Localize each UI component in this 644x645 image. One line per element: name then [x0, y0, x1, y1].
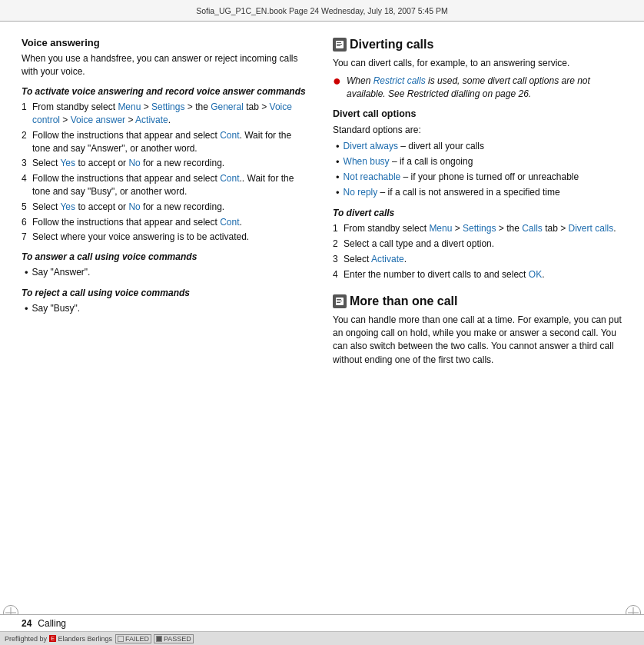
divert-step-4: 4 Enter the number to divert calls to an…	[333, 268, 629, 281]
divert-option-always-text: Divert always – divert all your calls	[344, 140, 484, 154]
svg-rect-5	[337, 299, 341, 300]
divert-options-title: Divert call options	[333, 107, 629, 121]
preflight-company: Elanders Berlings	[58, 635, 112, 643]
step-7-text: Select where your voice answering is to …	[32, 231, 249, 244]
step-1-text: From standby select Menu > Settings > th…	[32, 101, 311, 127]
step-3-num: 3	[22, 157, 32, 170]
diverting-calls-body: You can divert calls, for example, to an…	[333, 57, 629, 70]
activate-subsection-title: To activate voice answering and record v…	[22, 85, 311, 98]
diverting-calls-title-row: Diverting calls	[333, 35, 629, 54]
preflight-passed-badge: PASSED	[154, 634, 194, 643]
checkbox-check-icon	[156, 636, 162, 642]
svg-rect-2	[337, 44, 342, 45]
note-block: ● When Restrict calls is used, some dive…	[333, 75, 629, 101]
answer-subsection-title: To answer a call using voice commands	[22, 250, 311, 264]
svg-rect-7	[337, 302, 340, 303]
answer-bullet-1-text: Say "Answer".	[32, 266, 91, 280]
divert-step-2-text: Select a call type and a divert option.	[344, 238, 494, 251]
step-7: 7 Select where your voice answering is t…	[22, 231, 311, 244]
note-text: When Restrict calls is used, some divert…	[347, 75, 629, 101]
divert-step-2-num: 2	[333, 238, 344, 251]
divert-option-no-reply: No reply – if a call is not answered in …	[336, 186, 629, 200]
book-icon-2	[335, 297, 344, 306]
preflight-bar: Preflighted by E Elanders Berlings FAILE…	[0, 631, 644, 645]
svg-rect-6	[337, 301, 342, 301]
step-7-num: 7	[22, 231, 32, 244]
book-icon	[335, 40, 344, 49]
reject-bullet-1-text: Say "Busy".	[32, 302, 81, 316]
step-3-text: Select Yes to accept or No for a new rec…	[32, 157, 224, 170]
step-5-text: Select Yes to accept or No for a new rec…	[32, 201, 224, 214]
activate-steps-list: 1 From standby select Menu > Settings > …	[22, 101, 311, 244]
voice-answering-title: Voice answering	[22, 35, 311, 51]
step-3: 3 Select Yes to accept or No for a new r…	[22, 157, 311, 170]
divert-step-2: 2 Select a call type and a divert option…	[333, 238, 629, 251]
divert-option-busy: When busy – if a call is ongoing	[336, 155, 629, 169]
more-than-one-icon	[333, 294, 347, 308]
divert-option-no-reply-text: No reply – if a call is not answered in …	[344, 186, 560, 200]
divert-option-not-reachable-text: Not reachable – if your phone is turned …	[344, 171, 579, 185]
divert-options-list: Divert always – divert all your calls Wh…	[336, 140, 629, 201]
to-divert-steps-list: 1 From standby select Menu > Settings > …	[333, 222, 629, 281]
top-bar: Sofia_UG_P1C_EN.book Page 24 Wednesday, …	[0, 0, 644, 22]
divert-step-1: 1 From standby select Menu > Settings > …	[333, 222, 629, 235]
to-divert-title: To divert calls	[333, 206, 629, 220]
reject-bullet-1: Say "Busy".	[25, 302, 311, 316]
step-6-text: Follow the instructions that appear and …	[32, 216, 242, 229]
answer-bullet-1: Say "Answer".	[25, 266, 311, 280]
step-6: 6 Follow the instructions that appear an…	[22, 216, 311, 229]
bottom-bar: 24 Calling	[0, 614, 644, 631]
step-1-num: 1	[22, 101, 32, 127]
step-2: 2 Follow the instructions that appear an…	[22, 129, 311, 155]
preflight-failed-badge: FAILED	[115, 634, 151, 643]
voice-answering-body: When you use a handsfree, you can answer…	[22, 52, 311, 79]
divert-option-busy-text: When busy – if a call is ongoing	[344, 155, 473, 169]
divert-step-1-text: From standby select Menu > Settings > th…	[344, 222, 616, 235]
svg-rect-1	[337, 42, 341, 43]
svg-rect-3	[337, 45, 340, 46]
divert-step-4-text: Enter the number to divert calls to and …	[344, 268, 544, 281]
divert-options-subtitle: Standard options are:	[333, 123, 629, 137]
step-2-text: Follow the instructions that appear and …	[32, 129, 311, 155]
divert-step-3-num: 3	[333, 253, 344, 266]
divert-option-not-reachable: Not reachable – if your phone is turned …	[336, 171, 629, 185]
step-2-num: 2	[22, 129, 32, 155]
step-5: 5 Select Yes to accept or No for a new r…	[22, 201, 311, 214]
more-than-one-title: More than one call	[350, 292, 457, 311]
page-number: 24	[22, 618, 32, 629]
divert-step-3-text: Select Activate.	[344, 253, 407, 266]
header-title: Sofia_UG_P1C_EN.book Page 24 Wednesday, …	[6, 6, 638, 15]
step-1: 1 From standby select Menu > Settings > …	[22, 101, 311, 127]
divert-step-1-num: 1	[333, 222, 344, 235]
preflight-preflighted-label: Preflighted by	[5, 635, 47, 643]
note-bullet-icon: ●	[333, 74, 345, 88]
reject-subsection-title: To reject a call using voice commands	[22, 286, 311, 300]
step-4-text: Follow the instructions that appear and …	[32, 172, 311, 198]
checkbox-x-icon	[118, 636, 124, 642]
diverting-calls-icon	[333, 38, 347, 52]
failed-label: FAILED	[125, 635, 149, 643]
page-label: Calling	[38, 618, 66, 629]
right-column: Diverting calls You can divert calls, fo…	[322, 22, 644, 623]
reject-bullets: Say "Busy".	[25, 302, 311, 316]
left-column: Voice answering When you use a handsfree…	[0, 22, 322, 623]
more-than-one-title-row: More than one call	[333, 292, 629, 311]
step-6-num: 6	[22, 216, 32, 229]
divert-option-always: Divert always – divert all your calls	[336, 140, 629, 154]
step-5-num: 5	[22, 201, 32, 214]
answer-bullets: Say "Answer".	[25, 266, 311, 280]
diverting-calls-title: Diverting calls	[350, 35, 433, 54]
step-4: 4 Follow the instructions that appear an…	[22, 172, 311, 198]
main-content: Voice answering When you use a handsfree…	[0, 22, 644, 623]
divert-step-4-num: 4	[333, 268, 344, 281]
step-4-num: 4	[22, 172, 32, 198]
more-than-one-body: You can handle more than one call at a t…	[333, 314, 629, 367]
divert-step-3: 3 Select Activate.	[333, 253, 629, 266]
passed-label: PASSED	[164, 635, 191, 643]
preflight-logo-icon: E	[49, 635, 56, 642]
